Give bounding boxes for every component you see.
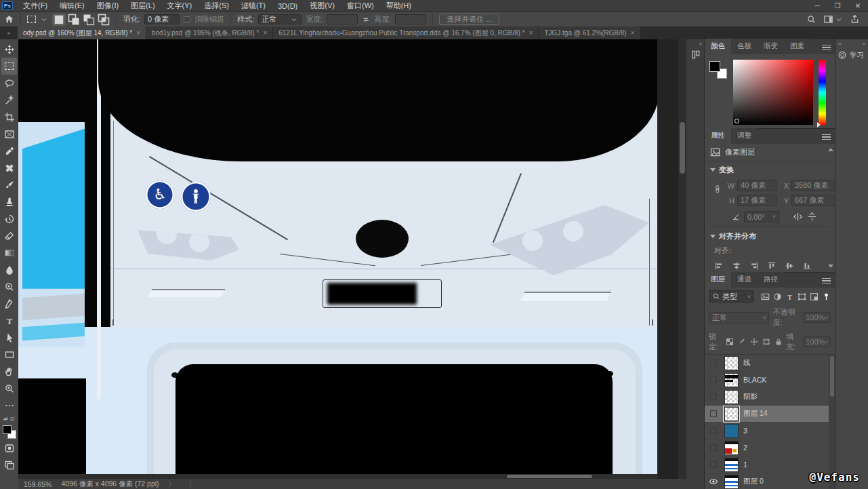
marquee-tool-preset-icon[interactable] xyxy=(27,16,36,23)
menu-item-2[interactable]: 图像(I) xyxy=(91,0,125,12)
crop-tool[interactable] xyxy=(1,109,17,125)
collapse-chevron-icon[interactable]: « xyxy=(863,41,865,47)
visibility-toggle[interactable] xyxy=(707,393,720,400)
eyedropper-tool[interactable] xyxy=(1,142,17,159)
more-tools[interactable] xyxy=(1,397,17,414)
color-cursor[interactable] xyxy=(735,119,739,123)
foreground-color-swatch[interactable] xyxy=(709,61,720,72)
visibility-eye-icon[interactable] xyxy=(707,477,720,486)
healing-brush-tool[interactable] xyxy=(1,159,17,176)
brush-tool[interactable] xyxy=(1,176,17,193)
visibility-toggle[interactable] xyxy=(707,427,720,434)
filter-adjustment-layers-icon[interactable] xyxy=(773,292,782,301)
dodge-tool[interactable] xyxy=(1,278,17,295)
layer-row-图层 14[interactable]: 图层 14 xyxy=(705,406,835,423)
menu-item-1[interactable]: 编辑(E) xyxy=(54,0,91,12)
status-arrow-icon[interactable]: 〉 xyxy=(169,480,176,489)
height-value-field[interactable]: 17 像素 xyxy=(737,195,777,206)
add-selection-icon[interactable] xyxy=(67,14,81,26)
blur-tool[interactable] xyxy=(1,261,17,278)
menu-item-7[interactable]: 3D(D) xyxy=(272,0,304,12)
align-bottom-icon[interactable] xyxy=(802,261,812,272)
layer-row-3[interactable]: 3 xyxy=(705,423,835,439)
magic-wand-tool[interactable] xyxy=(1,92,17,109)
saturation-brightness-field[interactable] xyxy=(733,60,813,125)
layers-tab-通道[interactable]: 通道 xyxy=(731,272,758,288)
tab-close-icon[interactable]: × xyxy=(263,29,267,37)
fill-field[interactable]: 100%˅ xyxy=(803,336,831,347)
tab-close-icon[interactable]: × xyxy=(136,29,140,37)
zoom-level-field[interactable]: 159.65% xyxy=(24,480,51,488)
lock-position-icon[interactable] xyxy=(750,338,758,346)
visibility-toggle[interactable] xyxy=(707,359,720,366)
frame-tool[interactable] xyxy=(1,125,17,142)
path-select-tool[interactable] xyxy=(1,329,17,346)
restore-button[interactable]: ❐ xyxy=(827,0,848,12)
zoom-tool[interactable] xyxy=(1,380,17,397)
foreground-background-swatches[interactable] xyxy=(709,61,727,79)
layer-thumbnail[interactable] xyxy=(724,373,739,387)
layer-filter-select[interactable]: 类型 ˅ xyxy=(709,290,754,302)
canvas[interactable]: ♿ xyxy=(18,39,678,479)
align-left-icon[interactable] xyxy=(714,261,724,272)
move-tool[interactable] xyxy=(1,41,17,58)
menu-item-6[interactable]: 滤镜(T) xyxy=(235,0,272,12)
align-section-header[interactable]: 对齐并分布 xyxy=(710,231,829,241)
hand-tool[interactable] xyxy=(1,363,17,380)
shape-tool[interactable] xyxy=(1,346,17,363)
layer-row-BLACK[interactable]: BLACK xyxy=(705,372,835,389)
visibility-toggle[interactable] xyxy=(707,461,720,468)
close-button[interactable]: ✕ xyxy=(848,0,868,12)
layers-tab-路径[interactable]: 路径 xyxy=(758,272,784,288)
blend-mode-select[interactable]: 正常˅ xyxy=(709,312,769,324)
subtract-selection-icon[interactable] xyxy=(82,14,96,26)
panel-scrollbar[interactable] xyxy=(828,148,833,268)
width-value-field[interactable]: 40 像素 xyxy=(737,180,777,191)
menu-item-8[interactable]: 视图(V) xyxy=(304,0,341,12)
color-tab-颜色[interactable]: 颜色 xyxy=(705,39,731,54)
menu-item-9[interactable]: 窗口(W) xyxy=(341,0,380,12)
visibility-toggle[interactable] xyxy=(707,444,720,451)
color-tab-色板[interactable]: 色板 xyxy=(731,39,758,54)
chevron-down-icon[interactable] xyxy=(835,16,843,24)
layer-thumbnail[interactable] xyxy=(724,407,739,421)
properties-tab-调整[interactable]: 调整 xyxy=(731,128,758,144)
layer-row-线[interactable]: 线 xyxy=(705,355,835,372)
hue-slider-marker[interactable] xyxy=(817,122,821,128)
width-field[interactable] xyxy=(327,14,358,24)
layer-thumbnail[interactable] xyxy=(724,356,739,370)
document-tab-1[interactable]: bod1y.psd @ 195% (线条, RGB/8) *× xyxy=(146,26,273,39)
layer-thumbnail[interactable] xyxy=(724,458,739,472)
type-tool[interactable]: T xyxy=(1,312,17,329)
layer-thumbnail[interactable] xyxy=(724,390,739,404)
history-brush-tool[interactable] xyxy=(1,210,17,227)
filter-shape-layers-icon[interactable] xyxy=(798,292,806,301)
clone-stamp-tool[interactable] xyxy=(1,193,17,210)
menu-item-3[interactable]: 图层(L) xyxy=(125,0,161,12)
collapse-chevron-icon[interactable]: « xyxy=(699,41,702,47)
visibility-toggle[interactable] xyxy=(707,410,720,417)
swap-colors-icon[interactable]: ⇄ xyxy=(3,416,8,422)
antialias-checkbox[interactable] xyxy=(184,16,190,23)
height-field[interactable] xyxy=(395,14,426,24)
tab-close-icon[interactable]: × xyxy=(529,29,533,37)
layers-scrollbar[interactable] xyxy=(829,355,835,489)
filter-type-layers-icon[interactable]: T xyxy=(785,292,794,301)
vertical-scrollbar[interactable] xyxy=(678,39,686,479)
layer-thumbnail[interactable] xyxy=(724,475,739,489)
menu-item-5[interactable]: 选择(S) xyxy=(198,0,235,12)
panel-menu-icon[interactable] xyxy=(822,134,831,140)
panel-menu-icon[interactable] xyxy=(822,278,831,284)
lock-artboard-icon[interactable] xyxy=(762,338,770,346)
style-select[interactable]: 正常 xyxy=(258,14,302,24)
expand-chevron-icon[interactable]: » xyxy=(838,41,841,47)
visibility-toggle[interactable] xyxy=(707,376,720,383)
rect-marquee-tool[interactable] xyxy=(1,58,17,75)
document-tab-2[interactable]: 6121L Yinghaichadu-Guangzhou Public Tran… xyxy=(273,26,539,39)
default-colors-icon[interactable]: ◱ xyxy=(10,416,15,422)
minimize-button[interactable]: ─ xyxy=(807,0,827,12)
filter-toggle-icon[interactable] xyxy=(822,292,831,301)
quick-mask-button[interactable] xyxy=(1,439,17,456)
angle-field[interactable]: 0.00°˅ xyxy=(744,211,779,222)
align-middle-icon[interactable] xyxy=(785,261,794,272)
